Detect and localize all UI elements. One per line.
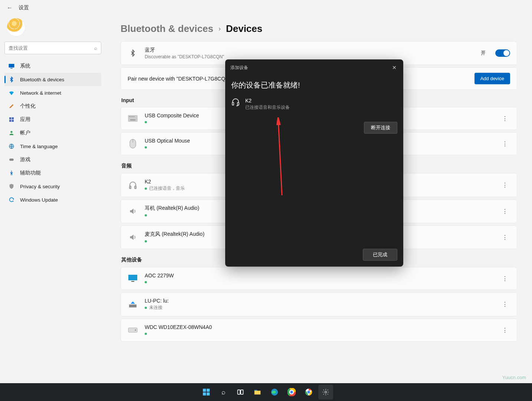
- bluetooth-toggle[interactable]: [495, 49, 510, 57]
- svg-marker-23: [131, 301, 135, 304]
- chevron-right-icon: ›: [219, 25, 221, 33]
- access-icon: [8, 170, 15, 176]
- more-icon[interactable]: ⋮: [500, 325, 510, 335]
- back-button[interactable]: ←: [7, 4, 13, 11]
- close-icon[interactable]: ✕: [391, 63, 398, 72]
- svg-point-40: [290, 391, 293, 393]
- nav-label: 帐户: [20, 130, 30, 136]
- person-icon: [8, 130, 15, 136]
- keyboard-icon: [128, 113, 138, 124]
- nav-label: Bluetooth & devices: [20, 77, 64, 82]
- svg-point-25: [135, 330, 136, 331]
- nav-item-4[interactable]: 应用: [4, 113, 101, 126]
- pc-icon: [128, 299, 138, 310]
- toggle-label: 开: [481, 50, 486, 56]
- more-icon[interactable]: ⋮: [500, 138, 510, 149]
- nav-item-7[interactable]: 游戏: [4, 153, 101, 166]
- device-card[interactable]: LU-PC: lu: 未连接 ⋮: [121, 292, 517, 316]
- headset-icon: [231, 98, 240, 107]
- apps-icon: [8, 116, 15, 123]
- nav-label: 系统: [20, 63, 30, 69]
- svg-rect-15: [130, 120, 135, 120]
- svg-rect-3: [12, 117, 14, 119]
- nav-label: Windows Update: [20, 197, 58, 203]
- nav-item-5[interactable]: 帐户: [4, 126, 101, 140]
- nav-item-0[interactable]: 系统: [4, 59, 101, 73]
- svg-point-6: [10, 131, 12, 133]
- more-icon[interactable]: ⋮: [500, 232, 510, 242]
- svg-point-9: [11, 171, 12, 172]
- svg-rect-11: [129, 116, 130, 117]
- add-device-dialog: 添加设备 ✕ 你的设备已准备就绪! K2 已连接语音和音乐设备 断开连接 已完成: [225, 59, 403, 267]
- avatar[interactable]: [7, 18, 25, 36]
- svg-rect-31: [203, 392, 206, 395]
- done-button[interactable]: 已完成: [363, 249, 397, 261]
- nav-item-8[interactable]: 辅助功能: [4, 166, 101, 180]
- svg-rect-8: [9, 159, 14, 161]
- disconnect-button[interactable]: 断开连接: [364, 122, 397, 134]
- add-device-button[interactable]: Add device: [474, 73, 510, 84]
- chrome2-icon[interactable]: [301, 385, 316, 400]
- more-icon[interactable]: ⋮: [500, 113, 510, 124]
- more-icon[interactable]: ⋮: [500, 206, 510, 216]
- svg-rect-34: [241, 390, 243, 394]
- svg-rect-27: [237, 102, 239, 105]
- search-box[interactable]: ⌕: [4, 42, 101, 54]
- watermark: Yuucn.com: [502, 375, 526, 380]
- sidebar: ⌕ 系统Bluetooth & devicesNetwork & interne…: [0, 16, 106, 400]
- bluetooth-title: 蓝牙: [145, 47, 474, 53]
- nav-item-1[interactable]: Bluetooth & devices: [4, 73, 101, 86]
- svg-rect-32: [207, 392, 210, 395]
- svg-point-42: [307, 391, 310, 393]
- explorer-icon[interactable]: [250, 385, 265, 400]
- settings-icon[interactable]: [318, 385, 333, 400]
- search-taskbar-icon[interactable]: ⌕: [216, 385, 231, 400]
- svg-rect-21: [131, 281, 134, 282]
- svg-rect-14: [134, 116, 134, 117]
- device-title: WDC WD10EZEX-08WN4A0: [145, 324, 493, 330]
- nav-label: Network & internet: [20, 90, 61, 96]
- disk-icon: [128, 325, 138, 335]
- device-sub: 未连接: [145, 304, 493, 311]
- dialog-title: 你的设备已准备就绪!: [225, 76, 403, 98]
- bluetooth-icon: [128, 48, 138, 58]
- chrome-icon[interactable]: [284, 385, 299, 400]
- nav-label: Privacy & security: [20, 184, 60, 189]
- monitor-icon: [8, 63, 15, 69]
- bluetooth-sub: Discoverable as "DESKTOP-L7G8CQN": [145, 54, 474, 59]
- monitor2-icon: [128, 273, 138, 284]
- breadcrumb: Bluetooth & devices › Devices: [121, 23, 517, 35]
- svg-rect-26: [232, 102, 234, 105]
- nav-item-9[interactable]: Privacy & security: [4, 180, 101, 193]
- nav-item-3[interactable]: 个性化: [4, 100, 101, 113]
- svg-rect-33: [238, 390, 240, 394]
- game-icon: [8, 156, 15, 163]
- svg-rect-18: [129, 186, 131, 189]
- globe-icon: [8, 143, 15, 150]
- headphones-icon: [128, 180, 138, 190]
- breadcrumb-level2: Devices: [226, 23, 262, 35]
- taskview-icon[interactable]: [233, 385, 248, 400]
- more-icon[interactable]: ⋮: [500, 273, 510, 284]
- bluetooth-icon: [8, 76, 15, 83]
- brush-icon: [8, 103, 15, 110]
- search-input[interactable]: [9, 45, 94, 51]
- device-title: LU-PC: lu:: [145, 298, 493, 304]
- device-card[interactable]: WDC WD10EZEX-08WN4A0 ⋮: [121, 319, 517, 342]
- nav-item-10[interactable]: Windows Update: [4, 193, 101, 206]
- nav-item-6[interactable]: Time & language: [4, 140, 101, 153]
- svg-rect-22: [129, 304, 137, 307]
- update-icon: [8, 196, 15, 203]
- svg-rect-19: [135, 186, 136, 189]
- more-icon[interactable]: ⋮: [500, 180, 510, 190]
- nav-item-2[interactable]: Network & internet: [4, 86, 101, 100]
- start-icon[interactable]: [199, 385, 214, 400]
- edge-icon[interactable]: [267, 385, 282, 400]
- breadcrumb-level1[interactable]: Bluetooth & devices: [121, 23, 213, 35]
- wifi-icon: [8, 89, 15, 96]
- more-icon[interactable]: ⋮: [500, 299, 510, 310]
- device-sub: [145, 279, 493, 284]
- nav-label: 个性化: [20, 103, 36, 110]
- device-card[interactable]: AOC 2279W ⋮: [121, 267, 517, 290]
- dialog-device-row: K2 已连接语音和音乐设备: [225, 98, 403, 111]
